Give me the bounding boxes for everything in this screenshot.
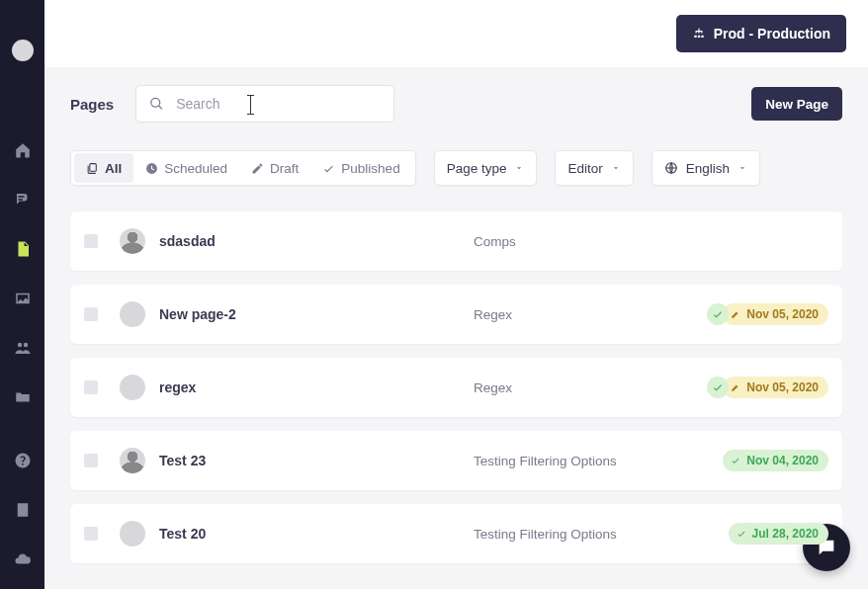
check-icon — [322, 162, 335, 175]
pencil-icon — [731, 309, 740, 319]
environment-button[interactable]: Prod - Production — [676, 15, 846, 52]
page-row[interactable]: sdasdadComps — [70, 211, 842, 271]
page-row[interactable]: New page-2RegexNov 05, 2020 — [70, 285, 842, 344]
chevron-down-icon — [611, 163, 621, 173]
filters-row: All Scheduled Draft Published Page type — [70, 150, 842, 186]
folder-icon[interactable] — [13, 387, 33, 407]
filter-published-label: Published — [341, 161, 399, 176]
user-avatar[interactable] — [12, 40, 34, 61]
page-name: Test 23 — [159, 453, 474, 468]
media-icon[interactable] — [13, 289, 33, 308]
page-category: Testing Filtering Options — [474, 454, 729, 468]
svg-rect-0 — [90, 163, 97, 171]
page-category: Regex — [474, 307, 707, 322]
check-icon — [737, 529, 746, 539]
main-area: Prod - Production Pages New Page All — [44, 0, 868, 589]
users-icon[interactable] — [13, 338, 33, 358]
row-checkbox[interactable] — [84, 454, 98, 467]
docs-icon[interactable] — [13, 500, 33, 520]
topbar: Prod - Production — [44, 0, 868, 67]
page-category: Regex — [474, 380, 707, 395]
editor-dropdown[interactable]: Editor — [555, 150, 633, 186]
filter-draft[interactable]: Draft — [239, 153, 310, 183]
page-type-label: Page type — [447, 161, 507, 176]
author-avatar — [120, 301, 145, 327]
language-label: English — [686, 161, 730, 176]
badge-group: Jul 28, 2020 — [735, 523, 828, 545]
row-checkbox[interactable] — [84, 307, 98, 321]
search-wrap — [135, 85, 394, 123]
page-name: Test 20 — [159, 526, 474, 542]
pages-icon[interactable] — [13, 239, 33, 259]
draft-date-badge: Nov 05, 2020 — [723, 377, 828, 398]
page-name: sdasdad — [159, 233, 474, 249]
status-segment: All Scheduled Draft Published — [70, 150, 416, 186]
globe-icon — [664, 161, 678, 175]
page-type-dropdown[interactable]: Page type — [434, 150, 538, 186]
environment-label: Prod - Production — [714, 26, 830, 42]
filter-scheduled[interactable]: Scheduled — [133, 153, 239, 183]
help-icon[interactable] — [13, 451, 33, 470]
draft-date-badge: Nov 05, 2020 — [723, 303, 828, 325]
cloud-icon[interactable] — [13, 549, 33, 569]
page-name: New page-2 — [159, 306, 474, 322]
page-row[interactable]: regexRegexNov 05, 2020 — [70, 358, 842, 417]
page-category: Comps — [474, 234, 828, 249]
chevron-down-icon — [738, 163, 747, 173]
chevron-down-icon — [514, 163, 524, 173]
home-icon[interactable] — [13, 140, 33, 160]
filter-scheduled-label: Scheduled — [164, 161, 227, 176]
row-checkbox[interactable] — [84, 234, 98, 248]
badge-group: Nov 04, 2020 — [729, 450, 828, 471]
author-avatar — [120, 448, 145, 473]
search-input[interactable] — [135, 85, 394, 123]
filter-published[interactable]: Published — [310, 153, 411, 183]
language-dropdown[interactable]: English — [651, 150, 760, 186]
blog-icon[interactable] — [13, 190, 33, 210]
row-checkbox[interactable] — [84, 527, 98, 541]
author-avatar — [120, 521, 145, 547]
editor-label: Editor — [567, 161, 602, 176]
sitemap-icon — [692, 27, 706, 41]
published-date-badge: Nov 04, 2020 — [723, 450, 828, 471]
page-row[interactable]: Test 20Testing Filtering OptionsJul 28, … — [70, 504, 842, 563]
header-row: Pages New Page — [70, 85, 842, 123]
author-avatar — [120, 228, 145, 254]
check-icon — [731, 456, 740, 465]
pencil-icon — [251, 162, 264, 175]
search-icon — [149, 97, 164, 112]
page-title: Pages — [70, 96, 114, 113]
badge-group: Nov 05, 2020 — [707, 303, 828, 325]
stack-icon — [86, 162, 99, 175]
clock-icon — [145, 162, 158, 175]
author-avatar — [120, 375, 145, 400]
page-name: regex — [159, 379, 474, 395]
page-category: Testing Filtering Options — [474, 527, 735, 542]
pencil-icon — [731, 382, 740, 392]
filter-all[interactable]: All — [74, 153, 133, 183]
badge-group: Nov 05, 2020 — [707, 377, 828, 398]
filter-draft-label: Draft — [270, 161, 299, 176]
page-list: sdasdadCompsNew page-2RegexNov 05, 2020r… — [70, 211, 842, 563]
new-page-button[interactable]: New Page — [751, 87, 842, 121]
page-row[interactable]: Test 23Testing Filtering OptionsNov 04, … — [70, 431, 842, 490]
published-date-badge: Jul 28, 2020 — [729, 523, 828, 545]
row-checkbox[interactable] — [84, 380, 98, 394]
sidebar — [0, 0, 44, 589]
filter-all-label: All — [105, 161, 122, 176]
